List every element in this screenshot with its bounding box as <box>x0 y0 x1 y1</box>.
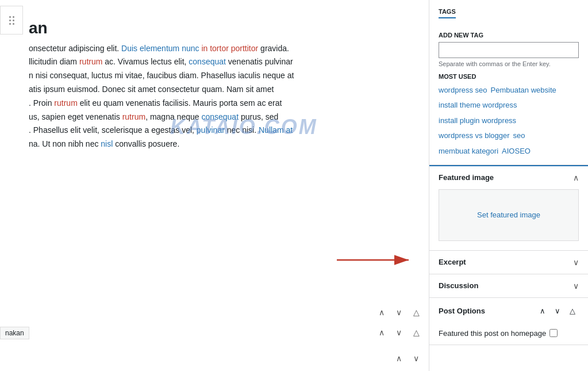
post-body-text: an onsectetur adipiscing elit. Duis elem… <box>0 6 417 151</box>
post-options-down-icon[interactable]: ∨ <box>551 305 564 318</box>
featured-homepage-row: Featured this post on homepage <box>439 329 579 338</box>
block-toolbar-3: ∧ ∨ <box>392 351 423 365</box>
featured-image-box[interactable]: Set featured image <box>439 189 579 241</box>
post-options-section: Post Options ∧ ∨ △ Featured this post on… <box>429 298 588 345</box>
move-up-btn-3[interactable]: ∧ <box>392 351 406 365</box>
excerpt-collapse-icon: ∨ <box>573 258 579 267</box>
makan-button[interactable]: nakan <box>0 327 29 339</box>
move-up-btn-1[interactable]: ∧ <box>375 305 389 319</box>
featured-image-section: Featured image ∧ Set featured image <box>429 165 588 251</box>
post-options-body: Featured this post on homepage <box>429 324 588 345</box>
featured-image-header[interactable]: Featured image ∧ <box>429 165 588 189</box>
discussion-collapse-icon: ∨ <box>573 281 579 290</box>
move-down-btn-3[interactable]: ∨ <box>409 351 423 365</box>
drag-btn-2[interactable]: △ <box>409 326 423 339</box>
tag-links-container: wordpress seo Pembuatan website install … <box>439 83 579 158</box>
excerpt-section: Excerpt ∨ <box>429 251 588 274</box>
most-used-label: MOST USED <box>439 73 579 80</box>
text-heading-partial: an <box>29 19 48 37</box>
featured-homepage-text: Featured this post on homepage <box>439 329 546 338</box>
excerpt-title: Excerpt <box>439 258 466 266</box>
tag-link-seo[interactable]: seo <box>513 129 525 142</box>
post-options-drag-icon[interactable]: △ <box>566 305 579 318</box>
move-up-btn-2[interactable]: ∧ <box>375 326 389 339</box>
post-options-header[interactable]: Post Options ∧ ∨ △ <box>429 298 588 324</box>
block-toolbar-2: ∧ ∨ △ <box>375 326 423 339</box>
tag-hint: Separate with commas or the Enter key. <box>439 60 579 67</box>
tag-link-wp-vs-blogger[interactable]: wordpress vs blogger <box>439 129 510 142</box>
tags-section: Tags ADD NEW TAG Separate with commas or… <box>429 0 588 165</box>
tag-link-pembuatan-website[interactable]: Pembuatan website <box>491 83 556 97</box>
featured-image-collapse-icon: ∧ <box>573 173 579 182</box>
drag-handle <box>9 16 14 25</box>
right-sidebar: Tags ADD NEW TAG Separate with commas or… <box>429 0 588 371</box>
post-options-title: Post Options <box>439 307 485 315</box>
drag-btn-1[interactable]: △ <box>409 305 423 319</box>
discussion-title: Discussion <box>439 281 478 290</box>
discussion-section: Discussion ∨ <box>429 274 588 298</box>
tags-header: Tags <box>439 8 456 18</box>
block-toolbar-1: ∧ ∨ △ <box>375 305 423 319</box>
post-options-controls: ∧ ∨ △ <box>536 305 579 318</box>
link-pulvinar[interactable]: pulvinar <box>197 125 225 135</box>
discussion-header[interactable]: Discussion ∨ <box>429 274 588 297</box>
tag-link-install-plugin[interactable]: install plugin wordpress <box>439 114 516 127</box>
main-content: an onsectetur adipiscing elit. Duis elem… <box>0 0 429 371</box>
featured-homepage-checkbox[interactable] <box>549 329 558 337</box>
post-options-up-icon[interactable]: ∧ <box>536 305 549 318</box>
move-down-btn-2[interactable]: ∨ <box>392 326 406 339</box>
excerpt-header[interactable]: Excerpt ∨ <box>429 251 588 274</box>
add-new-tag-label: ADD NEW TAG <box>439 32 579 39</box>
block-handle[interactable] <box>0 6 23 35</box>
set-featured-image-link[interactable]: Set featured image <box>477 211 540 219</box>
link-consequat[interactable]: consequat <box>189 57 226 66</box>
arrow-indicator <box>337 248 417 273</box>
link-duis[interactable]: Duis elementum nunc <box>121 44 199 53</box>
tag-link-install-theme[interactable]: install theme wordpress <box>439 98 517 112</box>
tag-input[interactable] <box>439 42 579 58</box>
featured-image-title: Featured image <box>439 173 494 182</box>
tag-link-wordpress-seo[interactable]: wordpress seo <box>439 83 487 97</box>
tag-link-aioseo[interactable]: AIOSEO <box>502 144 531 158</box>
link-consequat2[interactable]: consequat <box>201 112 239 121</box>
tag-link-membuat-kategori[interactable]: membuat kategori <box>439 144 498 158</box>
move-down-btn-1[interactable]: ∨ <box>392 305 406 319</box>
